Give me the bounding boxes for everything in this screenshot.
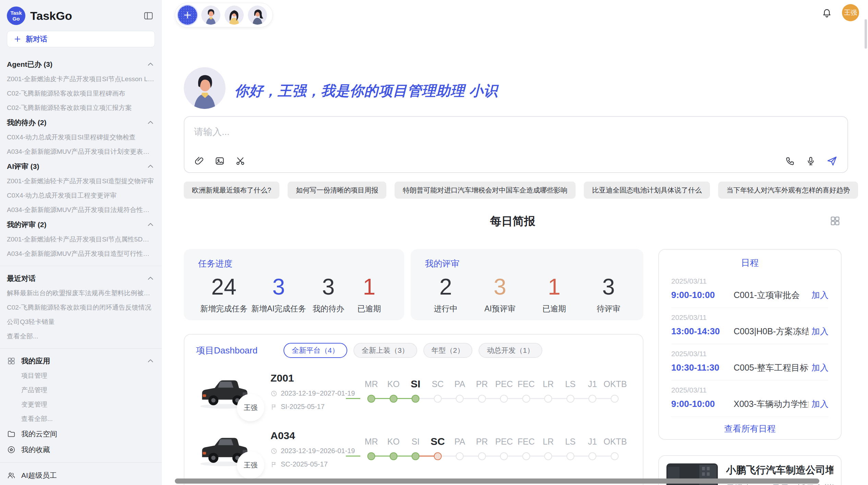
user-avatar[interactable]: 王强 bbox=[842, 4, 859, 21]
insert-image-button[interactable] bbox=[215, 156, 225, 166]
sidebar-section-header[interactable]: 我的应用 bbox=[7, 353, 155, 369]
attach-file-button[interactable] bbox=[194, 156, 204, 166]
milestone-node bbox=[360, 391, 383, 406]
view-all-schedule-link[interactable]: 查看所有日程 bbox=[659, 418, 841, 439]
layout-toggle-button[interactable] bbox=[829, 215, 841, 227]
send-icon bbox=[826, 155, 838, 167]
dashboard-filter-pill[interactable]: 动总开发（1） bbox=[479, 343, 542, 358]
composer[interactable]: 请输入... bbox=[184, 116, 848, 173]
sidebar-section-header[interactable]: Agent已办 (3) bbox=[7, 57, 155, 72]
milestone-node bbox=[427, 391, 449, 406]
stat-card-title: 任务进度 bbox=[198, 258, 390, 269]
recent-view-all-link[interactable]: 查看全部... bbox=[7, 329, 155, 344]
sidebar-section-header[interactable]: AI评审 (3) bbox=[7, 159, 155, 174]
person-illustration-icon bbox=[248, 5, 267, 25]
star-badge-icon bbox=[7, 445, 16, 454]
sidebar-section-header[interactable]: 最近对话 bbox=[7, 271, 155, 286]
project-row[interactable]: 王强A0342023-12-19~2026-01-19SC-2025-05-17… bbox=[196, 425, 631, 473]
sidebar-tool-帮我写作[interactable]: 帮我写作 bbox=[7, 483, 155, 485]
new-chat-button[interactable]: 新对话 bbox=[7, 31, 155, 47]
flag-icon bbox=[270, 403, 277, 410]
member-avatar[interactable] bbox=[248, 5, 267, 25]
suggestion-chip[interactable]: 特朗普可能对进口汽车增税会对中国车企造成哪些影响 bbox=[395, 182, 576, 199]
app-sub-item[interactable]: 产品管理 bbox=[7, 383, 155, 397]
suggestion-chip[interactable]: 如何写一份清晰的项目周报 bbox=[288, 182, 386, 199]
owner-badge: 王强 bbox=[237, 451, 264, 479]
sidebar-item[interactable]: Z001-全新燃油轻卡产品开发项目SI节点属性5D文件评审 bbox=[7, 232, 155, 247]
stat-item: 3待评审 bbox=[590, 274, 627, 314]
sidebar-section-title: Agent已办 (3) bbox=[7, 60, 146, 69]
sidebar-section-header[interactable]: 我的评审 (2) bbox=[7, 217, 155, 232]
recent-chat-item[interactable]: C02-飞腾新能源轻客改款项目的闭环通告反馈情况 bbox=[7, 300, 155, 315]
sidebar-item[interactable]: A034-全新新能源MUV产品开发项目计划变更表编写 bbox=[7, 145, 155, 159]
schedule-event: X003-车辆动力学性能验... bbox=[734, 398, 809, 410]
join-meeting-link[interactable]: 加入 bbox=[811, 289, 829, 301]
milestone-dot-alert bbox=[434, 452, 442, 460]
stat-value: 1 bbox=[351, 274, 388, 299]
notifications-button[interactable] bbox=[821, 7, 832, 18]
sidebar-section-header[interactable]: 我的待办 (2) bbox=[7, 115, 155, 130]
milestone-dot-done bbox=[389, 395, 397, 403]
member-avatar[interactable] bbox=[201, 5, 220, 25]
member-avatar[interactable] bbox=[225, 5, 244, 25]
join-meeting-link[interactable]: 加入 bbox=[811, 326, 829, 337]
recent-chat-item[interactable]: 公司Q3轻卡销量 bbox=[7, 315, 155, 329]
sidebar-item[interactable]: A034-全新新能源MUV产品开发项目造型可行性评审 bbox=[7, 247, 155, 261]
stat-item: 1已逾期 bbox=[351, 274, 388, 314]
schedule-time: 13:00-14:30 bbox=[671, 326, 734, 337]
sidebar-link-我的收藏[interactable]: 我的收藏 bbox=[7, 442, 155, 458]
milestone-dot-pending bbox=[500, 452, 508, 460]
milestone-node bbox=[427, 449, 449, 464]
assistant-avatar bbox=[184, 67, 226, 109]
sidebar-section-title: 最近对话 bbox=[7, 274, 146, 283]
suggestion-chip[interactable]: 比亚迪全固态电池计划具体说了什么 bbox=[584, 182, 710, 199]
suggestion-chip[interactable]: 欧洲新规最近颁布了什么? bbox=[184, 182, 279, 199]
milestone-dot-pending bbox=[456, 395, 464, 403]
sidebar-item[interactable]: C0X4-动力总成开发项目SI里程碑提交物检查 bbox=[7, 130, 155, 145]
join-meeting-link[interactable]: 加入 bbox=[811, 362, 829, 373]
dashboard-filter-pill[interactable]: 年型（2） bbox=[423, 343, 473, 358]
chevron-up-icon bbox=[146, 274, 155, 283]
sidebar-item[interactable]: Z001-全新燃油皮卡产品开发项目SI节点Lesson Learn报告 bbox=[7, 72, 155, 86]
project-row[interactable]: 王强Z0012023-12-19~2027-01-19SI-2025-05-17… bbox=[196, 368, 631, 415]
people-icon bbox=[7, 471, 16, 480]
main-area: 王强 你好，王强，我是你的项目管理助理 小识 请输入... bbox=[162, 0, 868, 485]
app-sub-item[interactable]: 项目管理 bbox=[7, 369, 155, 383]
project-thumbnail: 王强 bbox=[196, 372, 253, 411]
milestone-node bbox=[581, 391, 604, 406]
sidebar-tool-AI超级员工[interactable]: AI超级员工 bbox=[7, 468, 155, 483]
sidebar-item[interactable]: Z001-全新燃油轻卡产品开发项目SI造型提交物评审 bbox=[7, 174, 155, 188]
schedule-date: 2025/03/11 bbox=[671, 313, 829, 322]
horizontal-scrollbar[interactable] bbox=[175, 478, 819, 484]
sidebar-link-我的云空间[interactable]: 我的云空间 bbox=[7, 426, 155, 442]
plus-icon bbox=[182, 10, 193, 20]
voice-call-button[interactable] bbox=[785, 156, 795, 166]
add-member-button[interactable] bbox=[178, 5, 197, 25]
recent-chat-item[interactable]: 解释最新出台的欧盟报废车法规再生塑料比例被调至15%... bbox=[7, 286, 155, 300]
project-dates: 2023-12-19~2026-01-19 bbox=[281, 447, 355, 455]
sidebar-collapse-button[interactable] bbox=[142, 9, 155, 22]
sidebar-item[interactable]: C0X4-动力总成开发项目工程变更评审 bbox=[7, 188, 155, 203]
suggestion-chip[interactable]: 当下年轻人对汽车外观有怎样的喜好趋势 bbox=[718, 182, 858, 199]
send-button[interactable] bbox=[826, 155, 838, 167]
dashboard-filter-pill[interactable]: 全新平台（4） bbox=[284, 343, 347, 358]
app-sub-item[interactable]: 变更管理 bbox=[7, 397, 155, 412]
stat-item: 24新增完成任务 bbox=[200, 274, 248, 314]
sidebar-item[interactable]: C02-飞腾新能源轻客改款项目立项汇报方案 bbox=[7, 101, 155, 115]
milestone-label: PEC bbox=[493, 434, 515, 449]
app-sub-item[interactable]: 查看全部... bbox=[7, 412, 155, 426]
dashboard-filter-pill[interactable]: 全新上装（3） bbox=[353, 343, 417, 358]
app-logo-line2: Go bbox=[13, 16, 20, 22]
stat-value: 1 bbox=[536, 274, 573, 299]
vertical-scrollbar[interactable] bbox=[865, 19, 867, 49]
screenshot-button[interactable] bbox=[235, 156, 245, 166]
milestone-node bbox=[559, 391, 582, 406]
join-meeting-link[interactable]: 加入 bbox=[811, 398, 829, 410]
sidebar-divider bbox=[0, 348, 162, 349]
sidebar-item[interactable]: A034-全新新能源MUV产品开发项目法规符合性评审 bbox=[7, 203, 155, 217]
microphone-button[interactable] bbox=[806, 156, 816, 166]
schedule-item: 2025/03/1110:30-11:30C005-整车工程目标评审加入 bbox=[671, 344, 829, 381]
app-title: TaskGo bbox=[30, 9, 142, 23]
milestone-label: LR bbox=[537, 377, 559, 391]
sidebar-item[interactable]: C02-飞腾新能源轻客改款项目里程碑画布 bbox=[7, 86, 155, 101]
